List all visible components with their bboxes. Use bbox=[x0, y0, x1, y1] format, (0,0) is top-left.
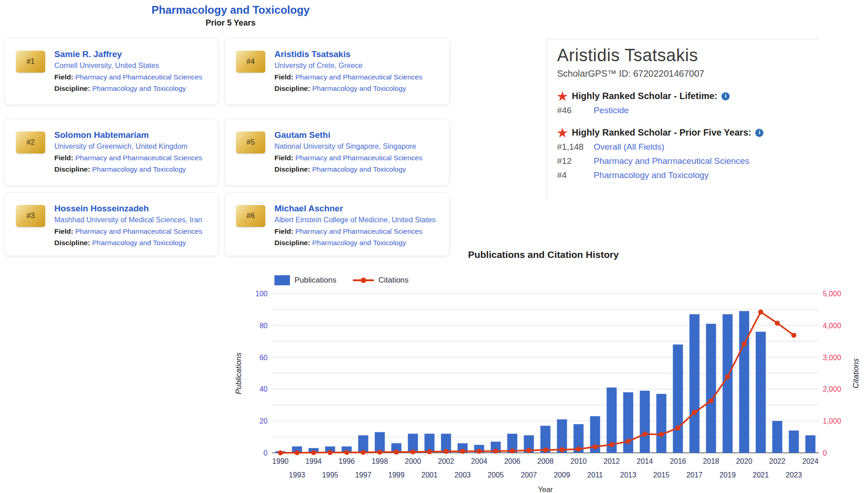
scholar-institution-link[interactable]: University of Crete, Greece bbox=[274, 60, 445, 71]
citations-point-1998 bbox=[377, 450, 382, 455]
info-icon[interactable]: i bbox=[721, 92, 730, 100]
star-icon: ★ bbox=[557, 92, 568, 101]
rank-section-title: Highly Ranked Scholar - Lifetime: bbox=[572, 91, 717, 101]
discipline-link[interactable]: Pharmacology and Toxicology bbox=[92, 239, 186, 246]
publications-bar-2011 bbox=[590, 416, 600, 453]
field-link[interactable]: Pharmacy and Pharmaceutical Sciences bbox=[295, 73, 422, 81]
x-axis-tick: 1994 bbox=[305, 457, 322, 465]
profile-scholargps-id: ScholarGPS™ ID: 67202201467007 bbox=[557, 68, 818, 79]
scholar-institution-link[interactable]: Mashhad University of Medical Sciences, … bbox=[54, 214, 213, 226]
discipline-link[interactable]: Pharmacology and Toxicology bbox=[312, 84, 406, 92]
rank-category-link[interactable]: Pesticide bbox=[594, 105, 629, 115]
scholar-name-link[interactable]: Aristidis Tsatsakis bbox=[274, 48, 445, 60]
scholar-institution-link[interactable]: Cornell University, United States bbox=[54, 60, 213, 71]
x-axis-tick: 2003 bbox=[454, 471, 471, 479]
publications-bar-2000 bbox=[408, 434, 418, 453]
ranking-title: Pharmacology and Toxicology bbox=[137, 4, 324, 16]
scholar-institution-link[interactable]: Albert Einstein College of Medicine, Uni… bbox=[274, 214, 445, 226]
rank-category-link[interactable]: Pharmacology and Toxicology bbox=[594, 170, 709, 180]
publications-bar-2017 bbox=[689, 314, 700, 453]
profile-name: Aristidis Tsatsakis bbox=[557, 46, 818, 65]
scholar-institution-link[interactable]: University of Greenwich, United Kingdom bbox=[54, 141, 213, 152]
star-icon: ★ bbox=[557, 128, 568, 137]
citations-point-2006 bbox=[510, 448, 515, 453]
scholar-card-5: #5 Gautam Sethi National University of S… bbox=[225, 119, 450, 186]
publications-bar-2007 bbox=[524, 435, 534, 453]
left-axis-tick: 40 bbox=[259, 385, 268, 393]
right-axis-tick: 1,000 bbox=[823, 417, 841, 425]
field-link[interactable]: Pharmacy and Pharmaceutical Sciences bbox=[75, 154, 202, 162]
scholar-name-link[interactable]: Hossein Hosseinzadeh bbox=[54, 203, 213, 214]
citations-dot-icon bbox=[361, 278, 366, 283]
citations-point-2021 bbox=[758, 309, 763, 315]
scholar-institution-link[interactable]: National University of Singapore, Singap… bbox=[274, 141, 445, 152]
discipline-link[interactable]: Pharmacology and Toxicology bbox=[312, 239, 406, 246]
rank-row: #4 Pharmacology and Toxicology bbox=[557, 170, 818, 180]
scholar-card-text: Michael Aschner Albert Einstein College … bbox=[274, 203, 445, 248]
left-axis-tick: 60 bbox=[259, 354, 268, 362]
citations-point-2017 bbox=[692, 410, 697, 415]
field-link[interactable]: Pharmacy and Pharmaceutical Sciences bbox=[295, 227, 422, 235]
citations-point-2019 bbox=[725, 374, 730, 379]
citations-point-2008 bbox=[543, 447, 548, 452]
info-icon[interactable]: i bbox=[755, 129, 763, 137]
scholar-name-link[interactable]: Samie R. Jaffrey bbox=[54, 48, 213, 60]
left-axis-tick: 80 bbox=[259, 322, 268, 330]
citations-point-2015 bbox=[659, 432, 664, 437]
scholar-card-3: #3 Hossein Hosseinzadeh Mashhad Universi… bbox=[5, 192, 218, 256]
discipline-link[interactable]: Pharmacology and Toxicology bbox=[92, 84, 186, 92]
discipline-link[interactable]: Pharmacology and Toxicology bbox=[92, 165, 186, 173]
citations-point-2013 bbox=[626, 439, 631, 444]
discipline-link[interactable]: Pharmacology and Toxicology bbox=[312, 165, 406, 173]
left-axis-tick: 100 bbox=[255, 290, 268, 298]
scholar-card-4: #4 Aristidis Tsatsakis University of Cre… bbox=[225, 38, 450, 105]
scholar-name-link[interactable]: Gautam Sethi bbox=[274, 129, 445, 141]
publications-bar-2013 bbox=[623, 392, 633, 453]
x-axis-tick: 1996 bbox=[338, 457, 355, 465]
right-axis-title: Citations bbox=[852, 358, 860, 388]
x-axis-tick: 2012 bbox=[604, 457, 620, 465]
x-axis-tick: 2018 bbox=[703, 457, 719, 465]
x-axis-tick: 2001 bbox=[421, 471, 438, 479]
citations-point-2007 bbox=[526, 448, 531, 453]
citations-point-2012 bbox=[609, 442, 614, 447]
chart-legend: Publications Citations bbox=[274, 275, 409, 285]
scholar-name-link[interactable]: Solomon Habtemariam bbox=[54, 129, 213, 141]
field-link[interactable]: Pharmacy and Pharmaceutical Sciences bbox=[75, 73, 202, 81]
citations-point-1990 bbox=[278, 451, 283, 456]
rank-badge: #4 bbox=[236, 51, 265, 73]
citations-point-1997 bbox=[361, 450, 366, 455]
x-axis-tick: 2008 bbox=[537, 457, 554, 465]
rank-category-link[interactable]: Pharmacy and Pharmaceutical Sciences bbox=[594, 156, 749, 166]
rank-value: #4 bbox=[557, 170, 594, 180]
field-link[interactable]: Pharmacy and Pharmaceutical Sciences bbox=[295, 154, 422, 162]
scholar-field-line: Field: Pharmacy and Pharmaceutical Scien… bbox=[54, 71, 213, 83]
rank-category-link[interactable]: Overall (All Fields) bbox=[594, 142, 664, 152]
x-axis-tick: 2011 bbox=[587, 471, 603, 479]
x-axis-tick: 2023 bbox=[786, 471, 802, 479]
publications-bar-2004 bbox=[474, 445, 484, 453]
x-axis-tick: 2017 bbox=[686, 471, 703, 479]
citations-point-2022 bbox=[775, 320, 780, 325]
x-axis-tick: 1993 bbox=[289, 471, 305, 479]
publications-bar-2014 bbox=[640, 391, 650, 453]
field-link[interactable]: Pharmacy and Pharmaceutical Sciences bbox=[75, 227, 202, 235]
scholar-field-line: Field: Pharmacy and Pharmaceutical Scien… bbox=[54, 152, 213, 163]
x-axis-tick: 2020 bbox=[736, 457, 752, 465]
x-axis-tick: 1999 bbox=[388, 471, 405, 479]
citations-point-2016 bbox=[675, 425, 680, 430]
scholar-card-text: Aristidis Tsatsakis University of Crete,… bbox=[274, 48, 445, 94]
x-axis-tick: 2007 bbox=[521, 471, 537, 479]
scholar-profile-panel: Aristidis Tsatsakis ScholarGPS™ ID: 6720… bbox=[547, 39, 818, 199]
citations-legend-marker bbox=[353, 275, 374, 285]
rank-row: #12 Pharmacy and Pharmaceutical Sciences bbox=[557, 156, 818, 166]
rank-section-1: ★ Highly Ranked Scholar - Prior Five Yea… bbox=[557, 127, 818, 180]
scholar-card-text: Hossein Hosseinzadeh Mashhad University … bbox=[54, 203, 213, 248]
scholar-card-text: Samie R. Jaffrey Cornell University, Uni… bbox=[54, 48, 213, 94]
publications-bar-2018 bbox=[706, 324, 716, 453]
publications-bar-2009 bbox=[557, 420, 567, 453]
publications-bar-2005 bbox=[491, 442, 501, 453]
rank-row: #1,148 Overall (All Fields) bbox=[557, 142, 818, 152]
scholar-name-link[interactable]: Michael Aschner bbox=[274, 203, 445, 214]
scholar-discipline-line: Discipline: Pharmacology and Toxicology bbox=[274, 163, 445, 175]
